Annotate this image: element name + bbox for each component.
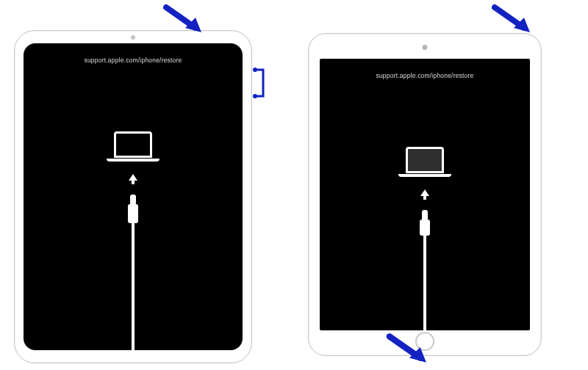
camera-icon (131, 35, 135, 40)
cable-connector-icon (422, 210, 428, 220)
cable-cord-icon (132, 222, 135, 350)
arrow-up-icon (129, 174, 137, 181)
recovery-url-text: support.apple.com/iphone/restore (24, 57, 243, 64)
ipad-pro-device: support.apple.com/iphone/restore (14, 30, 252, 363)
camera-icon (423, 45, 428, 50)
arrow-up-icon (420, 189, 429, 196)
diagram-stage: support.apple.com/iphone/restore support… (0, 0, 588, 370)
svg-point-1 (253, 94, 257, 98)
arrow-top-button-right-icon (492, 3, 536, 35)
volume-buttons-bracket-icon (253, 67, 268, 99)
recovery-url-text: support.apple.com/iphone/restore (320, 72, 530, 79)
ipad-home-screen: support.apple.com/iphone/restore (320, 59, 530, 330)
ipad-home-device: support.apple.com/iphone/restore (308, 33, 542, 356)
cable-neck-icon (420, 220, 430, 236)
svg-point-0 (253, 68, 257, 72)
cable-neck-icon (128, 204, 138, 223)
cable-cord-icon (423, 235, 426, 330)
cable-connector-icon (130, 195, 136, 205)
laptop-icon (107, 131, 159, 162)
ipad-pro-screen: support.apple.com/iphone/restore (24, 43, 243, 350)
laptop-icon (398, 147, 451, 177)
home-button-icon (415, 332, 434, 351)
